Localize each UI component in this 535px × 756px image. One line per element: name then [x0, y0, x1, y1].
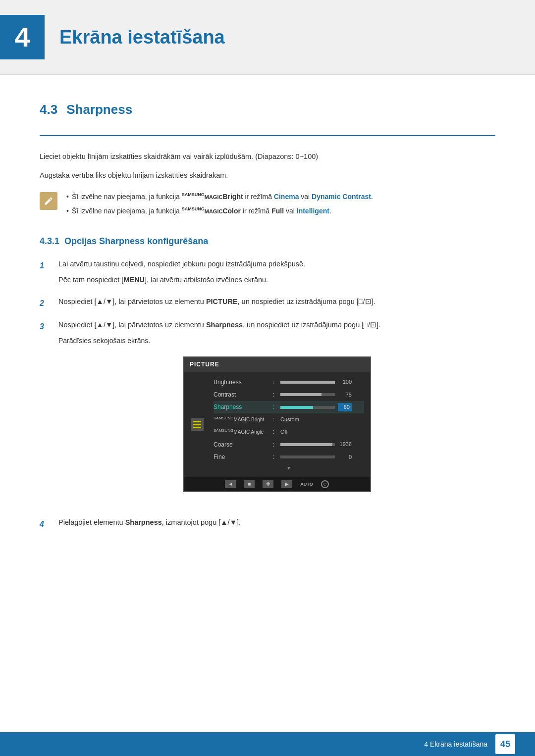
menu-bar-fine: 0: [280, 453, 364, 462]
menu-label-brightness: Brightness: [214, 378, 273, 387]
step-item-1: 1 Lai atvērtu taustiņu ceļvedi, nospiedi…: [40, 258, 495, 286]
menu-label-sharpness: Sharpness: [214, 403, 273, 412]
bar-track-sharpness: [280, 406, 335, 409]
step-number-3: 3: [40, 320, 49, 333]
menu-label-coarse: Coarse: [214, 440, 273, 450]
pencil-icon: [44, 196, 54, 206]
menu-value-magic-angle: Off: [280, 428, 364, 437]
page-footer: 4 Ekrāna iestatīšana 45: [0, 732, 535, 756]
footer-chapter-text: 4 Ekrāna iestatīšana: [424, 739, 487, 750]
menu-bar-brightness: 100: [280, 378, 364, 387]
section-number: 4.3: [40, 100, 57, 120]
menu-row-sharpness: Sharpness : 60: [214, 401, 364, 413]
step-item-3: 3 Nospiediet [▲/▼], lai pārvietotos uz e…: [40, 319, 495, 507]
monitor-title-bar: PICTURE: [184, 357, 370, 372]
footer-page-number: 45: [495, 734, 515, 754]
menu-label-magic-bright: SAMSUNGMAGIC Bright: [214, 415, 273, 424]
section-title: Sharpness: [66, 100, 132, 120]
monitor-body: Brightness : 100: [184, 372, 370, 477]
note-icon: [40, 192, 57, 210]
menu-row-fine: Fine : 0: [214, 451, 364, 463]
intro-text-2: Augstāka vērtība liks objektu līnijām iz…: [40, 170, 495, 182]
note-block: Šī izvēlne nav pieejama, ja funkcija SAM…: [40, 191, 495, 219]
step-text-4: Pielāgojiet elementu Sharpness, izmantoj…: [58, 517, 495, 529]
step-content-4: Pielāgojiet elementu Sharpness, izmantoj…: [58, 517, 495, 529]
menu-value-magic-bright: Custom: [280, 415, 364, 424]
menu-label-contrast: Contrast: [214, 390, 273, 400]
page-header: 4 Ekrāna iestatīšana: [0, 0, 535, 75]
icon-bar-3: [193, 427, 201, 428]
menu-bar-contrast: 75: [280, 391, 364, 400]
menu-bar-coarse: 1936: [280, 440, 364, 449]
menu-row-magic-bright: SAMSUNGMAGIC Bright : Custom: [214, 413, 364, 426]
ctrl-back: ◄: [225, 480, 236, 488]
section-divider: [40, 135, 495, 136]
bar-fill-sharpness: [280, 406, 313, 409]
ctrl-plus: ✚: [263, 480, 273, 488]
note-line-1: Šī izvēlne nav pieejama, ja funkcija SAM…: [66, 191, 495, 202]
menu-row-contrast: Contrast : 75: [214, 389, 364, 401]
bar-value-sharpness: 60: [338, 403, 352, 412]
bar-value-coarse: 1936: [338, 440, 352, 449]
ctrl-forward: ▶: [281, 480, 292, 488]
subsection-heading: 4.3.1 Opcijas Sharpness konfigurēšana: [40, 234, 495, 249]
step-sub-1: Pēc tam nospiediet [MENU], lai atvērtu a…: [58, 274, 495, 286]
icon-bars: [193, 421, 201, 428]
main-content: 4.3 Sharpness Lieciet objektu līnijām iz…: [0, 75, 535, 580]
menu-bar-sharpness: 60: [280, 403, 364, 412]
monitor-screen: PICTURE: [183, 356, 371, 492]
ctrl-power: [321, 480, 329, 488]
chapter-title: Ekrāna iestatīšana: [59, 22, 225, 52]
step-item-2: 2 Nospiediet [▲/▼], lai pārvietotos uz e…: [40, 296, 495, 310]
bar-track-fine: [280, 455, 335, 458]
menu-label-magic-angle: SAMSUNGMAGIC Angle: [214, 428, 273, 436]
power-icon: [323, 482, 327, 486]
step-content-3: Nospiediet [▲/▼], lai pārvietotos uz ele…: [58, 319, 495, 507]
step-number-1: 1: [40, 259, 49, 272]
step-sub-3: Parādīsies sekojošais ekrāns.: [58, 335, 495, 347]
bar-track-brightness: [280, 381, 335, 384]
bar-track-contrast: [280, 393, 335, 396]
step-text-3: Nospiediet [▲/▼], lai pārvietotos uz ele…: [58, 319, 495, 331]
menu-row-coarse: Coarse : 1936: [214, 439, 364, 451]
note-lines: Šī izvēlne nav pieejama, ja funkcija SAM…: [66, 191, 495, 219]
scroll-indicator: ▼: [214, 464, 364, 472]
bar-fill-brightness: [280, 381, 335, 384]
ctrl-auto: AUTO: [300, 481, 313, 488]
note-line-2: Šī izvēlne nav pieejama, ja funkcija SAM…: [66, 205, 495, 216]
step-number-2: 2: [40, 297, 49, 310]
bar-value-contrast: 75: [338, 391, 352, 400]
bar-track-coarse: [280, 443, 335, 446]
intro-text-1: Lieciet objektu līnijām izskatīties skai…: [40, 151, 495, 163]
step-text-2: Nospiediet [▲/▼], lai pārvietotos uz ele…: [58, 296, 495, 308]
menu-row-magic-angle: SAMSUNGMAGIC Angle : Off: [214, 426, 364, 438]
step-content-2: Nospiediet [▲/▼], lai pārvietotos uz ele…: [58, 296, 495, 308]
step-content-1: Lai atvērtu taustiņu ceļvedi, nospiediet…: [58, 258, 495, 286]
bar-fill-contrast: [280, 393, 321, 396]
menu-row-brightness: Brightness : 100: [214, 376, 364, 389]
steps-list: 1 Lai atvērtu taustiņu ceļvedi, nospiedi…: [40, 258, 495, 531]
step-item-4: 4 Pielāgojiet elementu Sharpness, izmant…: [40, 517, 495, 531]
section-heading: 4.3 Sharpness: [40, 100, 495, 120]
bar-value-fine: 0: [338, 453, 352, 462]
step-text-1: Lai atvērtu taustiņu ceļvedi, nospiediet…: [58, 258, 495, 270]
icon-bar-1: [193, 421, 201, 422]
ctrl-black: ■: [244, 480, 255, 488]
chapter-number-block: 4: [0, 15, 45, 59]
step-number-4: 4: [40, 518, 49, 531]
screen-container: PICTURE: [58, 356, 495, 492]
monitor-controls: ◄ ■ ✚ ▶ AUTO: [184, 477, 370, 491]
chapter-number: 4: [14, 23, 30, 51]
icon-bar-2: [193, 424, 201, 425]
menu-side-icon: [191, 418, 204, 431]
menu-label-fine: Fine: [214, 453, 273, 462]
bar-fill-coarse: [280, 443, 332, 446]
bar-value-brightness: 100: [338, 378, 352, 387]
